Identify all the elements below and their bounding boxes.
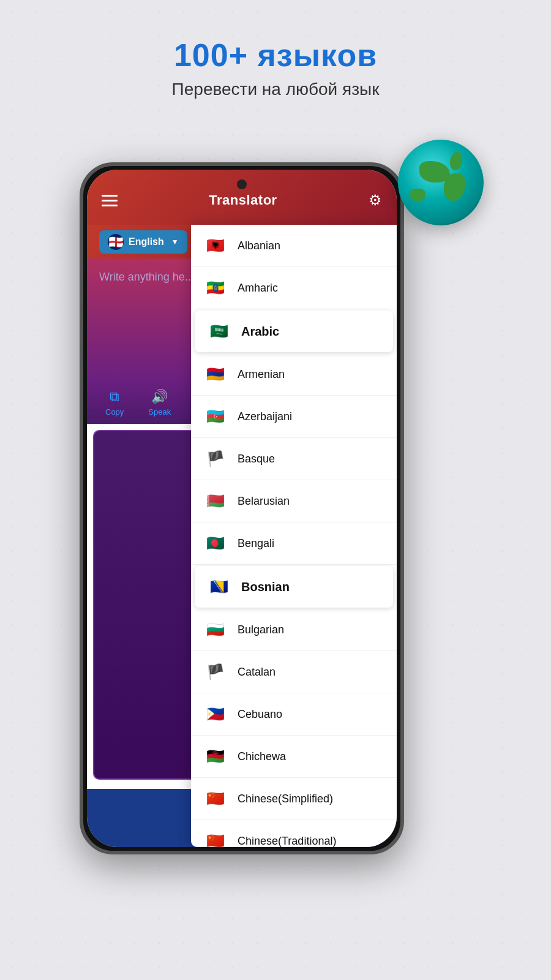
- globe-decoration: [398, 140, 484, 225]
- bulgarian-flag: 🇧🇬: [203, 617, 228, 642]
- app-header: Translator ⚙: [87, 170, 397, 225]
- language-name-10: Catalan: [238, 666, 276, 679]
- catalan-flag: 🏴: [203, 660, 228, 684]
- chinese-traditional--flag: 🇨🇳: [203, 829, 228, 847]
- camera-notch: [237, 179, 247, 189]
- basque-flag: 🏴: [203, 447, 228, 471]
- language-name-6: Belarusian: [238, 495, 290, 508]
- speak-label: Speak: [148, 407, 171, 417]
- azerbaijani-flag: 🇦🇿: [203, 404, 228, 429]
- language-option-bengali[interactable]: 🇧🇩Bengali: [191, 522, 397, 565]
- language-option-belarusian[interactable]: 🇧🇾Belarusian: [191, 480, 397, 522]
- language-option-amharic[interactable]: 🇪🇹Amharic: [191, 267, 397, 309]
- language-dropdown[interactable]: 🇦🇱Albanian🇪🇹Amharic🇸🇦Arabic🇦🇲Armenian🇦🇿A…: [191, 225, 397, 847]
- belarusian-flag: 🇧🇾: [203, 489, 228, 513]
- language-option-armenian[interactable]: 🇦🇲Armenian: [191, 353, 397, 396]
- language-option-arabic[interactable]: 🇸🇦Arabic: [195, 311, 393, 352]
- language-name-0: Albanian: [238, 239, 280, 252]
- speak-icon: 🔊: [151, 389, 168, 405]
- english-flag: [108, 234, 124, 250]
- language-option-albanian[interactable]: 🇦🇱Albanian: [191, 225, 397, 267]
- language-name-5: Basque: [238, 453, 275, 466]
- language-option-bosnian[interactable]: 🇧🇦Bosnian: [195, 566, 393, 608]
- chinese-simplified--flag: 🇨🇳: [203, 786, 228, 811]
- language-name-13: Chinese(Simplified): [238, 793, 333, 805]
- bosnian-flag: 🇧🇦: [207, 575, 231, 599]
- page-header: 100+ языков Перевести на любой язык: [172, 0, 380, 99]
- subtitle: Перевести на любой язык: [172, 80, 380, 99]
- copy-label: Copy: [105, 407, 124, 417]
- bengali-flag: 🇧🇩: [203, 531, 228, 556]
- source-language-name: English: [129, 236, 164, 247]
- language-option-azerbaijani[interactable]: 🇦🇿Azerbaijani: [191, 396, 397, 438]
- speak-button[interactable]: 🔊 Speak: [148, 389, 171, 417]
- language-name-14: Chinese(Traditional): [238, 835, 336, 848]
- language-name-12: Chichewa: [238, 750, 286, 763]
- language-option-catalan[interactable]: 🏴Catalan: [191, 651, 397, 693]
- language-name-3: Armenian: [238, 368, 285, 381]
- language-name-7: Bengali: [238, 537, 274, 550]
- language-name-11: Cebuano: [238, 708, 282, 721]
- phone-frame: Translator ⚙ English ▼ Write anything he…: [80, 162, 404, 854]
- cebuano-flag: 🇵🇭: [203, 702, 228, 726]
- dropdown-arrow-icon: ▼: [171, 238, 179, 246]
- source-language-selector[interactable]: English ▼: [99, 230, 187, 254]
- copy-button[interactable]: ⧉ Copy: [105, 389, 124, 417]
- language-name-1: Amharic: [238, 282, 278, 295]
- language-name-9: Bulgarian: [238, 624, 284, 636]
- language-option-chichewa[interactable]: 🇲🇼Chichewa: [191, 736, 397, 778]
- language-option-chinese-traditional-[interactable]: 🇨🇳Chinese(Traditional): [191, 820, 397, 847]
- language-name-2: Arabic: [241, 325, 279, 339]
- hamburger-menu-icon[interactable]: [102, 195, 118, 206]
- arabic-flag: 🇸🇦: [207, 319, 231, 344]
- language-option-bulgarian[interactable]: 🇧🇬Bulgarian: [191, 609, 397, 651]
- language-name-8: Bosnian: [241, 580, 290, 594]
- language-name-4: Azerbaijani: [238, 410, 292, 423]
- language-option-cebuano[interactable]: 🇵🇭Cebuano: [191, 693, 397, 736]
- albanian-flag: 🇦🇱: [203, 233, 228, 258]
- gear-icon[interactable]: ⚙: [369, 192, 382, 209]
- app-title: Translator: [209, 192, 277, 208]
- language-option-basque[interactable]: 🏴Basque: [191, 438, 397, 480]
- language-option-chinese-simplified-[interactable]: 🇨🇳Chinese(Simplified): [191, 778, 397, 820]
- phone-screen: Translator ⚙ English ▼ Write anything he…: [87, 170, 397, 847]
- chichewa-flag: 🇲🇼: [203, 744, 228, 769]
- amharic-flag: 🇪🇹: [203, 276, 228, 300]
- armenian-flag: 🇦🇲: [203, 362, 228, 386]
- main-title: 100+ языков: [172, 37, 380, 74]
- copy-icon: ⧉: [110, 389, 119, 405]
